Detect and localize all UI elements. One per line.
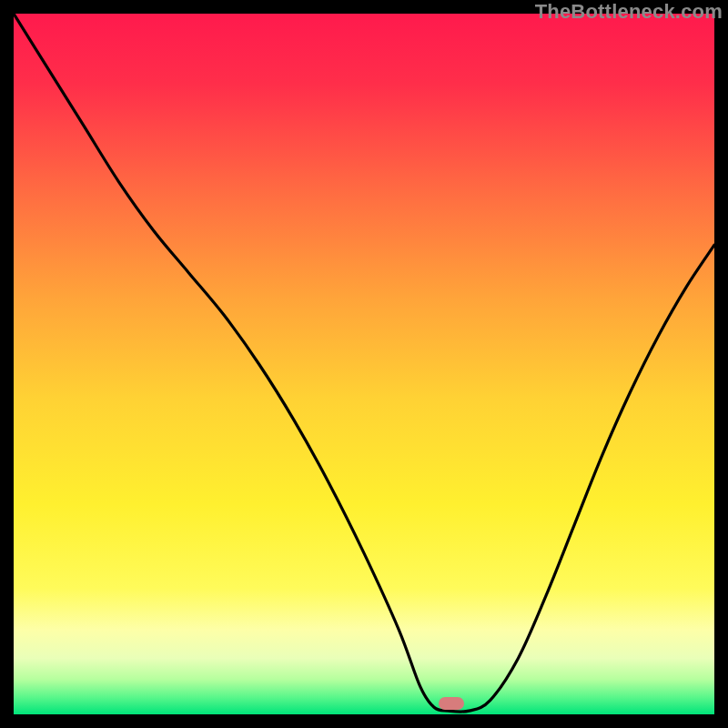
plot-area [14,14,714,714]
chart-frame: TheBottleneck.com [0,0,728,728]
bottleneck-curve [14,14,714,714]
optimal-marker-icon [439,697,464,710]
watermark-text: TheBottleneck.com [535,0,723,24]
